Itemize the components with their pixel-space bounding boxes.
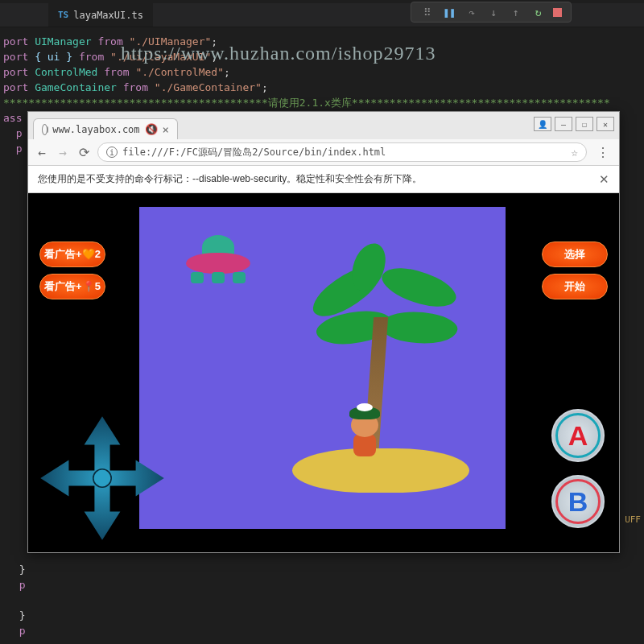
globe-icon bbox=[42, 124, 47, 135]
bookmark-star-icon[interactable]: ☆ bbox=[572, 146, 578, 159]
debug-toolbar: ⠿ ❚❚ ↷ ↓ ↑ ↻ bbox=[411, 2, 572, 23]
browser-window: www.layabox.com 🔇 × 👤 — ☐ ✕ ← → ⟳ i file… bbox=[27, 111, 620, 553]
ts-icon: TS bbox=[58, 10, 68, 20]
watch-ad-button-2[interactable]: 看广告+📍5 bbox=[39, 274, 105, 299]
restart-icon[interactable]: ↻ bbox=[531, 5, 546, 19]
security-infobar: 您使用的是不受支持的命令行标记：--disable-web-security。稳… bbox=[28, 166, 619, 193]
pause-icon[interactable]: ❚❚ bbox=[442, 5, 456, 19]
infobar-text: 您使用的是不受支持的命令行标记：--disable-web-security。稳… bbox=[38, 172, 422, 186]
dpad-control[interactable] bbox=[38, 414, 167, 543]
back-icon[interactable]: ← bbox=[35, 145, 49, 160]
tab-close-icon[interactable]: × bbox=[163, 123, 169, 136]
window-controls: 👤 — ☐ ✕ bbox=[534, 117, 614, 131]
tab-title: www.layabox.com bbox=[52, 124, 139, 135]
a-button[interactable]: A bbox=[551, 409, 605, 462]
game-viewport: 看广告+🧡2 看广告+📍5 选择 开始 A B bbox=[28, 193, 619, 552]
stop-icon[interactable] bbox=[553, 8, 562, 17]
ufo-sprite bbox=[186, 235, 250, 283]
forward-icon[interactable]: → bbox=[56, 145, 70, 160]
debug-grip-icon[interactable]: ⠿ bbox=[420, 5, 435, 19]
start-button[interactable]: 开始 bbox=[542, 274, 608, 299]
player-sprite bbox=[347, 407, 382, 456]
buffer-tag: UFF bbox=[625, 514, 641, 525]
infobar-close-icon[interactable]: ✕ bbox=[599, 172, 609, 187]
step-over-icon[interactable]: ↷ bbox=[464, 5, 479, 19]
tab-filename: layaMaxUI.ts bbox=[73, 10, 143, 21]
select-button[interactable]: 选择 bbox=[542, 242, 608, 267]
site-info-icon[interactable]: i bbox=[106, 147, 118, 158]
user-icon[interactable]: 👤 bbox=[534, 117, 551, 131]
close-button[interactable]: ✕ bbox=[597, 117, 614, 131]
url-text: file:///F:/FC源码/冒险岛2/Source/bin/index.ht… bbox=[122, 146, 386, 159]
b-button[interactable]: B bbox=[551, 475, 605, 528]
reload-icon[interactable]: ⟳ bbox=[76, 145, 91, 160]
minimize-button[interactable]: — bbox=[555, 117, 572, 131]
step-into-icon[interactable]: ↓ bbox=[486, 5, 501, 19]
address-bar: ← → ⟳ i file:///F:/FC源码/冒险岛2/Source/bin/… bbox=[28, 139, 619, 166]
maximize-button[interactable]: ☐ bbox=[576, 117, 593, 131]
editor-tab-active[interactable]: TS layaMaxUI.ts bbox=[48, 3, 153, 27]
code-below[interactable]: } p } p } private gameLoaded(gamedata: A… bbox=[3, 555, 641, 644]
url-field[interactable]: i file:///F:/FC源码/冒险岛2/Source/bin/index.… bbox=[97, 142, 587, 162]
speaker-icon[interactable]: 🔇 bbox=[145, 123, 158, 135]
step-out-icon[interactable]: ↑ bbox=[509, 5, 523, 19]
browser-tab-strip: www.layabox.com 🔇 × 👤 — ☐ ✕ bbox=[28, 112, 619, 139]
menu-icon[interactable]: ⋮ bbox=[593, 145, 613, 160]
dpad-icon bbox=[38, 414, 167, 543]
svg-point-1 bbox=[93, 469, 111, 487]
watch-ad-button-1[interactable]: 看广告+🧡2 bbox=[39, 242, 105, 267]
browser-tab[interactable]: www.layabox.com 🔇 × bbox=[33, 118, 178, 139]
game-screen bbox=[139, 207, 506, 529]
